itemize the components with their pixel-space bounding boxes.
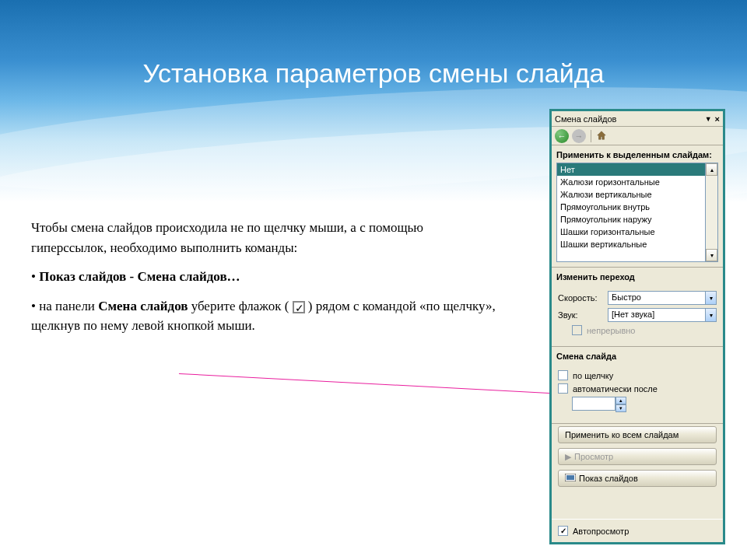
bullet-text-bold: Смена слайдов [98,299,188,313]
slide-title: Установка параметров смены слайда [78,58,669,89]
taskpane-footer: Автопросмотр [552,519,723,542]
onclick-row: по щелчку [558,370,717,380]
autoafter-row: автоматически после [558,383,717,394]
advance-form: по щелчку автоматически после ▴ ▾ [552,364,723,418]
transition-list-item[interactable]: Шашки вертикальные [557,238,705,250]
loop-label: непрерывно [587,326,635,335]
bullet-text: Показ слайдов - Смена слайдов… [39,269,240,284]
scrollbar[interactable]: ▴ ▾ [706,163,718,262]
transition-list-wrap: НетЖалюзи горизонтальныеЖалюзи вертикаль… [556,163,718,262]
annotation-arrow [179,373,567,394]
delay-input[interactable] [572,397,615,411]
section-advance-label: Смена слайда [552,347,723,364]
nav-back-button[interactable]: ← [555,129,569,143]
transition-list-item[interactable]: Прямоугольник внутрь [557,201,705,213]
svg-rect-1 [566,475,574,480]
slideshow-label: Показ слайдов [579,474,638,483]
transition-list-item[interactable]: Нет [557,163,705,176]
sound-row: Звук: [Нет звука] ▾ [558,308,717,322]
slideshow-button[interactable]: Показ слайдов [558,470,717,487]
bullet-item: • Показ слайдов - Смена слайдов… [31,267,498,287]
onclick-checkbox[interactable] [558,370,568,380]
transition-list[interactable]: НетЖалюзи горизонтальныеЖалюзи вертикаль… [556,163,706,262]
section-modify-label: Изменить переход [552,268,723,285]
bullet-item: • на панели Смена слайдов уберите флажок… [31,296,498,336]
home-icon [596,130,607,141]
taskpane-header: Смена слайдов ▼ × [552,111,723,127]
transition-list-item[interactable]: Шашки горизонтальные [557,226,705,238]
autopreview-label: Автопросмотр [573,527,629,536]
bullet-text: на панели [39,299,98,313]
section-apply-label: Применить к выделенным слайдам: [552,145,723,163]
nav-separator [591,130,591,142]
play-button[interactable]: ▶ Просмотр [558,448,717,465]
divider [552,423,723,424]
loop-row: непрерывно [572,325,717,335]
onclick-label: по щелчку [573,371,613,380]
taskpane-nav: ← → [552,127,723,145]
taskpane-slide-transition: Смена слайдов ▼ × ← → Применить к выделе… [549,109,725,544]
autopreview-checkbox[interactable] [558,526,568,536]
autoafter-label: автоматически после [573,384,658,394]
scroll-up-button[interactable]: ▴ [706,163,717,176]
slide-body: Чтобы смена слайдов происходила не по ще… [31,218,498,345]
sound-label: Звук: [558,310,603,320]
loop-checkbox [572,325,582,335]
speed-row: Скорость: Быстро ▾ [558,291,717,305]
modify-form: Скорость: Быстро ▾ Звук: [Нет звука] ▾ н… [552,285,723,341]
spin-down-button[interactable]: ▾ [615,404,626,412]
chevron-down-icon[interactable]: ▾ [705,309,716,321]
taskpane-title: Смена слайдов [555,114,702,124]
scroll-down-button[interactable]: ▾ [706,249,717,261]
speed-value: Быстро [608,292,705,304]
arrow-right-icon: → [575,131,584,141]
slideshow-icon [565,474,576,483]
sound-combo[interactable]: [Нет звука] ▾ [608,308,717,322]
apply-all-button[interactable]: Применить ко всем слайдам [558,426,717,443]
spin-up-button[interactable]: ▴ [615,397,626,404]
delay-row: ▴ ▾ [572,397,717,412]
scroll-track[interactable] [706,176,717,249]
apply-all-label: Применить ко всем слайдам [565,430,679,439]
speed-label: Скорость: [558,293,603,303]
close-icon[interactable]: × [715,114,720,124]
checkbox-icon [293,301,305,313]
transition-list-item[interactable]: Прямоугольник наружу [557,213,705,226]
autoafter-checkbox[interactable] [558,383,568,394]
delay-spinner[interactable]: ▴ ▾ [572,397,626,412]
chevron-down-icon[interactable]: ▾ [705,292,716,304]
nav-home-button[interactable] [596,130,607,142]
autopreview-row: Автопросмотр [558,526,717,536]
play-label: Просмотр [574,452,613,461]
transition-list-item[interactable]: Жалюзи горизонтальные [557,176,705,188]
nav-forward-button: → [572,129,586,143]
arrow-left-icon: ← [558,131,566,141]
intro-paragraph: Чтобы смена слайдов происходила не по ще… [31,218,498,257]
transition-list-item[interactable]: Жалюзи вертикальные [557,188,705,201]
play-icon: ▶ [565,452,571,462]
taskpane-menu-dropdown[interactable]: ▼ [705,115,712,123]
speed-combo[interactable]: Быстро ▾ [608,291,717,305]
bullet-text: уберите флажок ( [188,299,292,313]
sound-value: [Нет звука] [608,309,705,321]
